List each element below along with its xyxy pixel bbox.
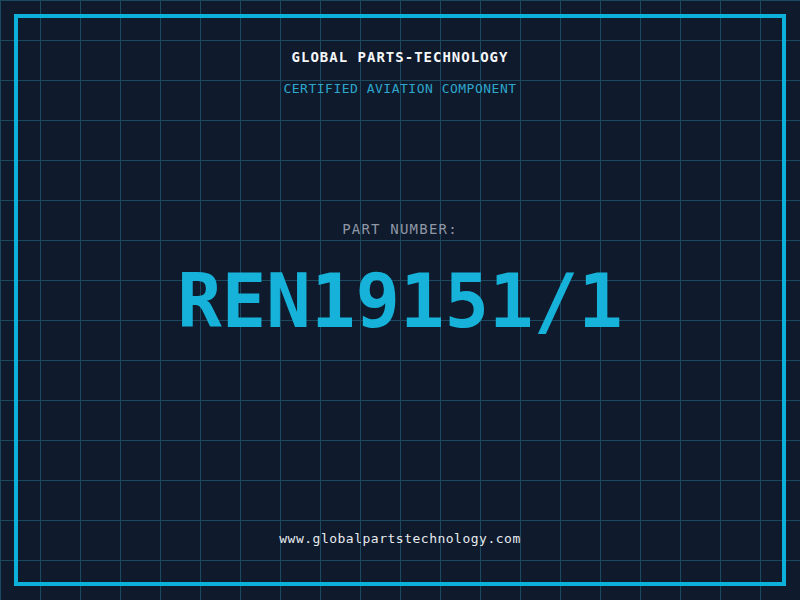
company-name: GLOBAL PARTS-TECHNOLOGY xyxy=(0,49,800,65)
website-url: www.globalpartstechnology.com xyxy=(0,531,800,546)
part-number-value: REN19151/1 xyxy=(0,258,800,344)
part-number-label: PART NUMBER: xyxy=(0,221,800,237)
certification-subtitle: CERTIFIED AVIATION COMPONENT xyxy=(0,81,800,96)
part-label-canvas: GLOBAL PARTS-TECHNOLOGY CERTIFIED AVIATI… xyxy=(0,0,800,600)
